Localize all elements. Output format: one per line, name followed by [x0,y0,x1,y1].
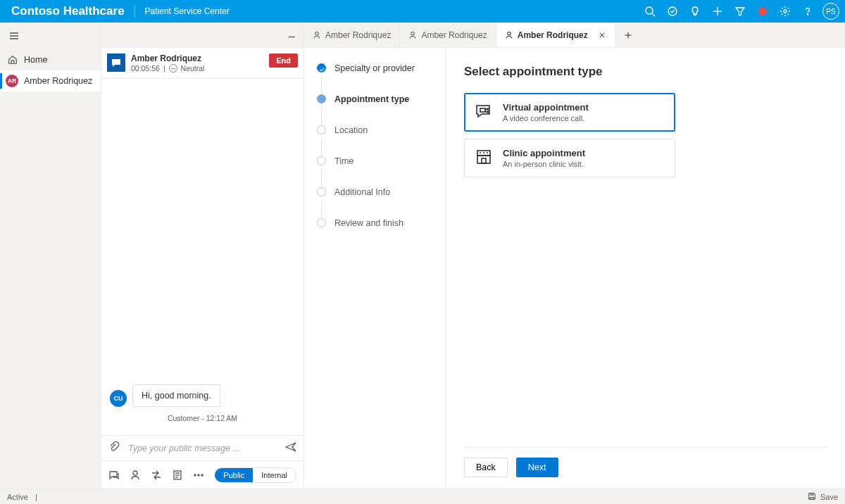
chat-input[interactable] [127,443,278,454]
svg-point-0 [646,7,653,14]
notes-icon[interactable] [172,470,183,481]
search-icon[interactable] [639,0,661,23]
svg-rect-26 [480,108,485,112]
pill-internal[interactable]: Internal [253,468,296,482]
chat-transcript: CU Hi, good morning. Customer - 12:12 AM [101,79,303,435]
tab-2[interactable]: Amber Rodriquez [496,23,615,47]
send-icon[interactable] [285,441,296,455]
tab-strip: Amber Rodriquez Amber Rodriquez Amber Ro… [304,23,845,48]
step-specialty[interactable]: Specialty or provider [317,63,437,94]
add-icon[interactable] [707,0,728,23]
svg-point-19 [315,32,319,35]
more-icon[interactable] [193,470,204,481]
consult-icon[interactable] [130,470,141,481]
quick-reply-icon[interactable] [108,470,120,481]
card-virtual-title: Virtual appointment [503,102,589,113]
visibility-toggle[interactable]: Public Internal [214,467,296,483]
detail-panel: Select appointment type Virtual appointm… [445,48,845,489]
svg-point-16 [194,474,196,476]
pill-public[interactable]: Public [215,468,253,482]
svg-point-6 [807,14,808,15]
help-icon[interactable] [797,0,818,23]
sub-brand: Patient Service Center [135,6,230,16]
topbar: Contoso Healthcare Patient Service Cente… [0,0,845,23]
status-save[interactable]: Save [820,493,838,501]
tab-0-label: Amber Rodriquez [325,30,391,40]
svg-point-5 [784,10,787,13]
card-virtual[interactable]: Virtual appointment A video conference c… [464,93,675,132]
session-sentiment: Neutral [181,64,205,73]
brand: Contoso Healthcare [11,4,134,18]
attach-icon[interactable] [108,441,120,455]
settings-icon[interactable] [775,0,796,23]
step-additional[interactable]: Additional Info [317,187,437,218]
neutral-icon [169,64,177,73]
chat-toolbar: Public Internal [101,460,303,489]
close-icon[interactable] [598,31,606,39]
next-button[interactable]: Next [516,458,558,477]
svg-point-17 [198,474,199,476]
chat-channel-icon [107,53,125,72]
svg-point-2 [668,7,677,15]
end-button[interactable]: End [269,53,298,68]
save-icon[interactable] [808,492,816,502]
session-badge: AR [6,75,18,87]
session-header: Amber Rodriquez 00:05:56 | Neutral End [101,48,303,79]
card-clinic-sub: An in-person clinic visit. [503,160,585,168]
home-icon [7,54,18,65]
session-name: Amber Rodriquez [131,53,263,63]
person-icon [505,31,513,39]
nav-session-label: Amber Rodriquez [24,76,92,86]
tab-2-label: Amber Rodriquez [518,30,588,40]
hamburger-icon[interactable] [0,23,101,49]
nav-home-label: Home [24,55,47,65]
back-button[interactable]: Back [464,458,508,477]
step-location[interactable]: Location [317,125,437,156]
svg-point-20 [411,32,415,35]
user-avatar[interactable]: PS [822,3,839,20]
task-icon[interactable] [662,0,683,23]
tab-1-label: Amber Rodriquez [421,30,487,40]
customer-avatar: CU [110,390,127,407]
svg-point-18 [201,474,203,476]
minimize-icon[interactable] [287,30,296,42]
lightbulb-icon[interactable] [684,0,706,23]
stepper: Specialty or provider Appointment type L… [304,48,445,489]
step-time[interactable]: Time [317,156,437,187]
left-nav: Home AR Amber Rodriquez [0,23,101,489]
svg-point-21 [508,32,511,35]
video-chat-icon [475,102,493,120]
session-panel: Amber Rodriquez 00:05:56 | Neutral End C… [101,23,304,489]
tab-1[interactable]: Amber Rodriquez [400,23,496,47]
svg-rect-33 [810,497,813,499]
filter-icon[interactable] [730,0,751,23]
session-timer: 00:05:56 [131,64,160,73]
status-bar: Active | Save [0,489,845,504]
record-indicator[interactable] [752,0,773,23]
step-review[interactable]: Review and finish [317,218,437,228]
card-virtual-sub: A video conference call. [503,114,589,122]
svg-rect-29 [482,158,486,163]
card-clinic-title: Clinic appointment [503,148,585,158]
nav-home[interactable]: Home [0,49,101,70]
nav-session-amber[interactable]: AR Amber Rodriquez [0,70,101,92]
clinic-icon [475,148,493,166]
detail-heading: Select appointment type [464,65,827,79]
chat-input-row [101,435,303,460]
person-icon [408,31,417,39]
person-icon [313,31,321,39]
transfer-icon[interactable] [151,470,162,481]
tab-add[interactable] [615,23,641,47]
card-clinic[interactable]: Clinic appointment An in-person clinic v… [464,139,675,177]
work-area: Amber Rodriquez Amber Rodriquez Amber Ro… [304,23,845,489]
status-active: Active [7,493,28,501]
chat-message-meta: Customer - 12:12 AM [110,411,295,428]
step-appointment-type[interactable]: Appointment type [317,94,437,125]
svg-rect-28 [477,156,490,163]
svg-rect-34 [810,493,813,495]
svg-point-11 [133,471,137,475]
svg-line-1 [652,13,655,16]
tab-0[interactable]: Amber Rodriquez [304,23,400,47]
chat-message: Hi, good morning. [132,384,220,407]
